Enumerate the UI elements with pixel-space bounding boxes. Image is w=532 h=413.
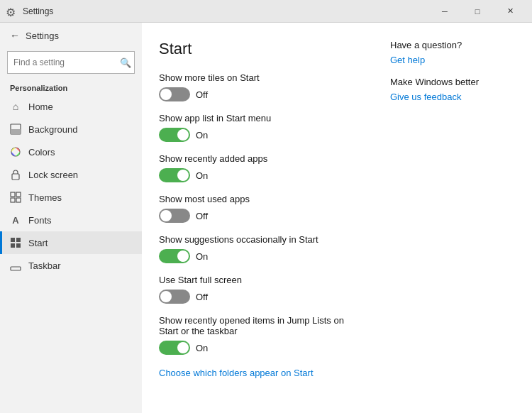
- sidebar-item-background-label: Background: [28, 124, 77, 135]
- setting-full-screen-row: Off: [159, 290, 362, 304]
- setting-app-list: Show app list in Start menuOn: [159, 113, 362, 142]
- svg-rect-3: [12, 174, 19, 180]
- app-body: ← Settings 🔍 Personalization ⌂ Home Back…: [0, 23, 532, 413]
- sidebar-item-colors[interactable]: Colors: [0, 141, 142, 163]
- colors-icon: [10, 146, 21, 158]
- get-help-link[interactable]: Get help: [390, 55, 504, 65]
- toggle-state-app-list: On: [196, 130, 208, 141]
- minimize-button[interactable]: ─: [428, 0, 461, 23]
- toggle-most-used[interactable]: [159, 209, 190, 223]
- toggle-thumb-most-used: [160, 210, 172, 221]
- toggle-jump-lists[interactable]: [159, 341, 190, 355]
- titlebar: ⚙ Settings ─ □ ✕: [0, 0, 532, 23]
- toggle-suggestions[interactable]: [159, 249, 190, 263]
- sidebar-item-themes-label: Themes: [28, 192, 62, 203]
- toggle-track-jump-lists: [159, 341, 190, 355]
- toggle-state-full-screen: Off: [196, 292, 208, 302]
- sidebar-item-taskbar[interactable]: Taskbar: [0, 254, 142, 277]
- sidebar-item-themes[interactable]: Themes: [0, 186, 142, 209]
- svg-rect-12: [11, 267, 21, 270]
- svg-rect-10: [11, 243, 15, 248]
- svg-rect-7: [16, 198, 21, 202]
- toggle-full-screen[interactable]: [159, 290, 190, 304]
- search-box[interactable]: 🔍: [7, 51, 135, 74]
- setting-most-used-label: Show most used apps: [159, 194, 362, 204]
- setting-suggestions: Show suggestions occasionally in StartOn: [159, 234, 362, 263]
- setting-app-list-label: Show app list in Start menu: [159, 113, 362, 123]
- setting-suggestions-row: On: [159, 249, 362, 263]
- feedback-link[interactable]: Give us feedback: [390, 92, 504, 102]
- toggle-state-more-tiles: Off: [196, 89, 208, 100]
- setting-most-used-row: Off: [159, 209, 362, 223]
- setting-jump-lists-label: Show recently opened items in Jump Lists…: [159, 315, 362, 336]
- toggle-more-tiles[interactable]: [159, 87, 190, 101]
- sidebar-item-home-label: Home: [28, 101, 53, 112]
- toggle-app-list[interactable]: [159, 128, 190, 142]
- help-question-title: Have a question?: [390, 40, 504, 50]
- setting-more-tiles: Show more tiles on StartOff: [159, 72, 362, 101]
- sidebar-item-fonts[interactable]: A Fonts: [0, 209, 142, 231]
- toggle-track-recently-added: [159, 168, 190, 182]
- toggle-track-suggestions: [159, 249, 190, 263]
- sidebar-item-start-label: Start: [28, 238, 48, 248]
- section-label: Personalization: [0, 79, 142, 95]
- sidebar-item-fonts-label: Fonts: [28, 215, 52, 226]
- toggle-state-most-used: Off: [196, 211, 208, 221]
- sidebar-item-lockscreen[interactable]: Lock screen: [0, 163, 142, 186]
- content-area: Start Show more tiles on StartOffShow ap…: [142, 23, 532, 413]
- toggle-state-recently-added: On: [196, 170, 208, 181]
- setting-jump-lists-row: On: [159, 341, 362, 355]
- toggle-state-suggestions: On: [196, 251, 208, 262]
- lock-icon: [10, 169, 21, 180]
- toggle-track-full-screen: [159, 290, 190, 304]
- sidebar-item-lockscreen-label: Lock screen: [28, 170, 78, 180]
- search-icon: 🔍: [120, 57, 131, 68]
- search-input[interactable]: [13, 57, 120, 67]
- settings-icon: ⚙: [6, 6, 17, 17]
- toggle-thumb-suggestions: [177, 250, 189, 262]
- toggle-thumb-more-tiles: [160, 89, 172, 100]
- setting-more-tiles-label: Show more tiles on Start: [159, 72, 362, 83]
- setting-more-tiles-row: Off: [159, 87, 362, 101]
- svg-rect-1: [11, 129, 21, 134]
- sidebar-item-colors-label: Colors: [28, 147, 55, 158]
- sidebar-item-start[interactable]: Start: [0, 231, 142, 254]
- svg-rect-6: [11, 198, 15, 202]
- toggle-thumb-full-screen: [160, 291, 172, 302]
- folders-link-item: Choose which folders appear on Start: [159, 366, 362, 379]
- sidebar-item-home[interactable]: ⌂ Home: [0, 95, 142, 118]
- back-arrow-icon: ←: [10, 30, 20, 41]
- sidebar-back-button[interactable]: ← Settings: [0, 23, 142, 48]
- toggle-recently-added[interactable]: [159, 168, 190, 182]
- start-icon: [10, 237, 21, 248]
- toggle-thumb-app-list: [177, 129, 189, 141]
- sidebar-item-background[interactable]: Background: [0, 118, 142, 141]
- help-better-title: Make Windows better: [390, 77, 504, 87]
- setting-recently-added-label: Show recently added apps: [159, 153, 362, 164]
- toggle-track-most-used: [159, 209, 190, 223]
- svg-rect-11: [16, 243, 21, 248]
- settings-list: Show more tiles on StartOffShow app list…: [159, 72, 362, 355]
- sidebar-back-label: Settings: [26, 31, 59, 41]
- close-button[interactable]: ✕: [494, 0, 526, 23]
- toggle-track-more-tiles: [159, 87, 190, 101]
- themes-icon: [10, 192, 21, 203]
- folders-link[interactable]: Choose which folders appear on Start: [159, 368, 314, 378]
- page-title: Start: [159, 40, 362, 58]
- svg-rect-5: [16, 192, 21, 197]
- sidebar-item-taskbar-label: Taskbar: [28, 260, 61, 271]
- fonts-icon: A: [10, 214, 21, 226]
- setting-full-screen: Use Start full screenOff: [159, 275, 362, 304]
- svg-rect-9: [16, 238, 21, 242]
- content-main: Start Show more tiles on StartOffShow ap…: [159, 40, 362, 396]
- help-sidebar: Have a question? Get help Make Windows b…: [390, 40, 504, 396]
- toggle-state-jump-lists: On: [196, 343, 208, 353]
- toggle-thumb-recently-added: [177, 170, 189, 181]
- setting-app-list-row: On: [159, 128, 362, 142]
- toggle-track-app-list: [159, 128, 190, 142]
- home-icon: ⌂: [10, 101, 21, 112]
- setting-suggestions-label: Show suggestions occasionally in Start: [159, 234, 362, 245]
- setting-recently-added: Show recently added appsOn: [159, 153, 362, 182]
- maximize-button[interactable]: □: [461, 0, 494, 23]
- setting-jump-lists: Show recently opened items in Jump Lists…: [159, 315, 362, 355]
